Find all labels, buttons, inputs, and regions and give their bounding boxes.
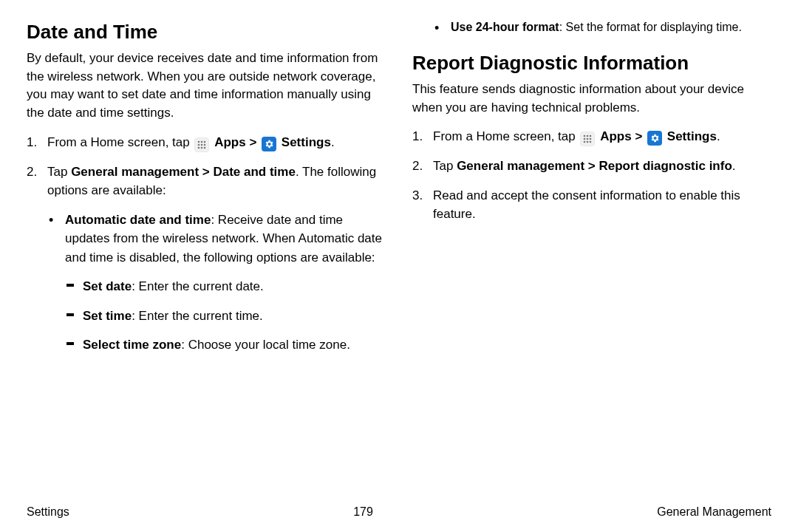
- svg-point-3: [198, 143, 200, 146]
- svg-point-9: [584, 135, 586, 137]
- dash2-bold: Set time: [83, 309, 132, 323]
- right-column: Use 24-hour format: Set the format for d…: [412, 21, 771, 494]
- dash-set-time: Set time: Enter the current time.: [83, 307, 386, 326]
- svg-point-16: [587, 141, 589, 143]
- svg-point-14: [590, 138, 592, 140]
- dsettings-label: Settings: [667, 129, 717, 143]
- dapps-label: Apps: [600, 129, 632, 143]
- bullet1-bold: Automatic date and time: [65, 213, 211, 227]
- svg-point-11: [590, 135, 592, 137]
- dash2-rest: : Enter the current time.: [132, 309, 263, 323]
- svg-point-6: [198, 146, 200, 149]
- dash1-rest: : Enter the current date.: [132, 279, 264, 293]
- diag-step-3: Read and accept the consent information …: [433, 186, 771, 224]
- steps-diagnostic: From a Home screen, tap Apps > Settings.…: [412, 127, 771, 224]
- dstep2-bold: General management > Report diagnostic i…: [457, 159, 732, 173]
- dash-list: Set date: Enter the current date. Set ti…: [83, 277, 386, 355]
- svg-point-13: [587, 138, 589, 140]
- step-2: Tap General management > Date and time. …: [47, 163, 386, 355]
- heading-date-time: Date and Time: [27, 21, 386, 44]
- step-1: From a Home screen, tap Apps > Settings.: [47, 133, 386, 152]
- settings-label: Settings: [282, 135, 331, 149]
- dstep3: Read and accept the consent information …: [433, 188, 740, 222]
- dstep1-suffix: .: [717, 129, 720, 143]
- footer-right: General Management: [657, 505, 771, 519]
- svg-point-0: [198, 140, 200, 143]
- bullet-auto: Automatic date and time: Receive date an…: [65, 211, 386, 355]
- apps-icon: [580, 132, 595, 146]
- continued-bullet: Use 24-hour format: Set the format for d…: [451, 21, 771, 34]
- footer-left: Settings: [27, 505, 69, 519]
- dash1-bold: Set date: [83, 279, 132, 293]
- heading-diagnostic: Report Diagnostic Information: [412, 52, 771, 75]
- intro-date-time: By default, your device receives date an…: [27, 50, 386, 123]
- svg-point-8: [204, 146, 206, 149]
- apps-label: Apps: [214, 135, 246, 149]
- bullet-list: Automatic date and time: Receive date an…: [65, 211, 386, 355]
- dash-set-date: Set date: Enter the current date.: [83, 277, 386, 296]
- footer-page: 179: [353, 505, 373, 519]
- topbullet-bold: Use 24-hour format: [451, 21, 559, 33]
- svg-point-17: [590, 141, 592, 143]
- apps-icon: [194, 137, 209, 152]
- svg-point-12: [584, 138, 586, 140]
- steps-date-time: From a Home screen, tap Apps > Settings.…: [27, 133, 386, 355]
- dash-time-zone: Select time zone: Choose your local time…: [83, 335, 386, 355]
- svg-point-4: [201, 143, 203, 146]
- svg-point-5: [204, 143, 206, 146]
- left-column: Date and Time By default, your device re…: [27, 21, 386, 494]
- dstep1-prefix: From a Home screen, tap: [433, 129, 579, 143]
- svg-point-15: [584, 141, 586, 143]
- svg-point-10: [587, 135, 589, 137]
- bullet-24hour: Use 24-hour format: Set the format for d…: [451, 21, 771, 34]
- step1-suffix: .: [331, 135, 335, 149]
- dash3-rest: : Choose your local time zone.: [181, 338, 350, 352]
- footer: Settings 179 General Management: [27, 505, 771, 519]
- step2-bold: General management > Date and time: [71, 165, 296, 179]
- diag-step-1: From a Home screen, tap Apps > Settings.: [433, 127, 771, 146]
- dsep: >: [632, 129, 646, 143]
- intro-diagnostic: This feature sends diagnostic informatio…: [412, 81, 771, 117]
- topbullet-rest: : Set the format for displaying time.: [559, 21, 742, 33]
- svg-point-1: [201, 140, 203, 143]
- step1-prefix: From a Home screen, tap: [47, 135, 193, 149]
- svg-point-2: [204, 140, 206, 143]
- dash3-bold: Select time zone: [83, 338, 181, 352]
- sep: >: [246, 135, 260, 149]
- dstep2-suffix: .: [732, 159, 736, 173]
- diag-step-2: Tap General management > Report diagnost…: [433, 157, 771, 176]
- settings-icon: [647, 131, 662, 146]
- dstep2-prefix: Tap: [433, 159, 457, 173]
- step2-prefix: Tap: [47, 165, 71, 179]
- settings-icon: [262, 137, 276, 151]
- svg-point-7: [201, 146, 203, 149]
